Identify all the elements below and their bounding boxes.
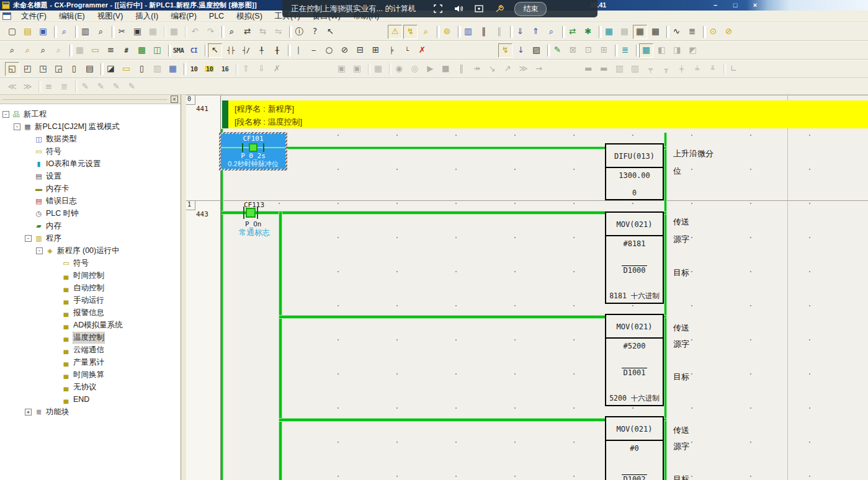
- tree-item-new-project[interactable]: - 品 新工程: [0, 108, 181, 120]
- pause-button[interactable]: ‖: [492, 25, 506, 39]
- new-or-contact-button[interactable]: ╀: [254, 43, 269, 58]
- minimize-button[interactable]: –: [707, 1, 723, 9]
- time-chart-button[interactable]: ∿: [669, 25, 684, 39]
- screen-select-icon[interactable]: [474, 4, 484, 14]
- tree-item-section-end[interactable]: ▄ END: [0, 393, 181, 406]
- tree-item-io-table[interactable]: ▮ IO表和单元设置: [0, 158, 181, 170]
- sim-window-button[interactable]: ▦: [371, 62, 385, 76]
- mark-pen-3-button[interactable]: ✎: [109, 79, 123, 94]
- tree-item-function-blocks[interactable]: + ≣ 功能块: [0, 406, 181, 418]
- expand-collapse-icon[interactable]: -: [25, 235, 32, 242]
- sim-pause-button[interactable]: ‖: [454, 62, 468, 76]
- sim-break-flag-button[interactable]: ◎: [408, 62, 422, 76]
- fullscreen-icon[interactable]: [433, 4, 443, 14]
- tree-item-plc-clock[interactable]: ◷ PLC 时钟: [0, 207, 181, 220]
- restore-button[interactable]: □: [727, 1, 743, 9]
- horizontal-line-button[interactable]: ─: [306, 43, 321, 58]
- online-edit-send-button[interactable]: ⇄: [565, 25, 579, 39]
- monitor-mode-button[interactable]: ↯: [403, 25, 418, 39]
- tree-item-memory[interactable]: ▰ 内存: [0, 220, 181, 232]
- io-memory-button[interactable]: ▦: [648, 25, 663, 39]
- tree-item-program-symbols[interactable]: ▭ 符号: [0, 257, 181, 269]
- decrease-indent-button[interactable]: ≫: [20, 79, 35, 94]
- watch-window-button[interactable]: SMA: [171, 43, 186, 58]
- tree-item-plc[interactable]: - ▦ 新PLC1[CJ2M] 监视模式: [0, 120, 181, 133]
- new-closed-coil-button[interactable]: ⊘: [338, 43, 352, 58]
- monitor-all-button[interactable]: ⌕: [419, 25, 433, 39]
- new-inverted-instruction-button[interactable]: ⊞: [369, 43, 383, 58]
- transition-5-button[interactable]: ╨: [705, 62, 720, 76]
- monitor-window-2-button[interactable]: ◲: [51, 62, 66, 76]
- sim-save-button[interactable]: ▣: [334, 62, 349, 76]
- difu-instruction-block[interactable]: DIFU(013) 1300.00 0: [605, 143, 664, 200]
- select-tool-button[interactable]: ↖: [208, 43, 222, 58]
- symbol-table-view-button[interactable]: ▭: [119, 62, 133, 76]
- sim-transfer-button[interactable]: ▣: [350, 62, 364, 76]
- io-condition-button[interactable]: CI: [187, 43, 201, 58]
- print-preview-button[interactable]: ⌕: [94, 25, 108, 39]
- mov-instruction-block-3[interactable]: MOV(021) #0 D1002: [605, 416, 664, 480]
- transition-4-button[interactable]: ╧: [690, 62, 704, 76]
- tree-item-memory-card[interactable]: ▬ 内存卡: [0, 182, 181, 195]
- compare-with-plc-button[interactable]: ⌕: [544, 25, 558, 39]
- fb-invocation-button[interactable]: ╞: [384, 43, 398, 58]
- mnemonic-view-button[interactable]: ◪: [104, 62, 118, 76]
- compile-check-button[interactable]: ⌕: [57, 25, 71, 39]
- io-comment-view-button[interactable]: ▦: [639, 43, 653, 58]
- upload-from-plc-button[interactable]: ⇑: [529, 25, 543, 39]
- paste-special-button[interactable]: ▩: [167, 25, 181, 39]
- menu-simulation[interactable]: 模拟(S): [230, 10, 269, 23]
- energized-contact-icon[interactable]: [246, 208, 256, 218]
- new-coil-button[interactable]: ○: [322, 43, 336, 58]
- memory-backup-button[interactable]: ▦: [602, 25, 616, 39]
- sfc-editor-button[interactable]: ▥: [628, 62, 642, 76]
- return-connector-button[interactable]: ∟: [727, 62, 741, 76]
- undo-button[interactable]: ↶: [188, 25, 202, 39]
- tree-item-section-cloud-comm[interactable]: ▄ 云端通信: [0, 344, 181, 356]
- tree-item-section-alarm-info[interactable]: ▄ 报警信息: [0, 306, 181, 319]
- force-on-button[interactable]: ⇧: [239, 62, 253, 76]
- multi-send-button[interactable]: ✱: [581, 25, 595, 39]
- new-or-closed-contact-button[interactable]: ╂: [270, 43, 284, 58]
- tree-item-section-time-control[interactable]: ▄ 时间控制: [0, 269, 181, 282]
- print-button[interactable]: ▥: [78, 25, 92, 39]
- local-window-button[interactable]: ▥: [150, 62, 164, 76]
- download-to-plc-button[interactable]: ⇓: [513, 25, 527, 39]
- sim-pause-flag-button[interactable]: ◉: [392, 62, 406, 76]
- data-trace-window-button[interactable]: ▦: [617, 25, 632, 39]
- rung-comment-button[interactable]: ▭: [88, 43, 102, 58]
- force-off-button[interactable]: ⇩: [254, 62, 269, 76]
- tree-item-data-types[interactable]: ◫ 数据类型: [0, 133, 181, 145]
- work-online-button[interactable]: ⚠: [388, 25, 402, 39]
- mov-instruction-block-2[interactable]: MOV(021) #5200 D1001 5200 十六进制: [605, 314, 664, 406]
- paste-button[interactable]: ▦: [146, 25, 160, 39]
- monitor-window-1-button[interactable]: ◳: [36, 62, 50, 76]
- help-button[interactable]: ?: [308, 25, 322, 39]
- menu-view[interactable]: 视图(V): [91, 10, 130, 23]
- menu-insert[interactable]: 插入(I): [129, 10, 164, 23]
- rung-number[interactable]: 0: [186, 96, 195, 105]
- sim-run-button[interactable]: ▶: [423, 62, 437, 76]
- copy-button[interactable]: ▣: [130, 25, 145, 39]
- replace-tools-button[interactable]: ⇄: [240, 25, 254, 39]
- rung-number[interactable]: 1: [186, 201, 195, 210]
- program-mode-button[interactable]: ⊚: [440, 25, 454, 39]
- new-contact-button[interactable]: ┤├: [223, 43, 238, 58]
- mark-pen-4-button[interactable]: ✎: [125, 79, 139, 94]
- zoom-custom-button[interactable]: ⌕: [20, 43, 35, 58]
- fb-online-button[interactable]: ▬: [597, 62, 611, 76]
- transition-2-button[interactable]: ╥: [659, 62, 673, 76]
- sim-continuous-button[interactable]: ≫: [516, 62, 530, 76]
- monitor-hex-button[interactable]: 16: [218, 62, 232, 76]
- list-view-button[interactable]: ≡: [42, 79, 56, 94]
- tree-item-section-auto-control[interactable]: ▄ 自动控制: [0, 282, 181, 294]
- find-button[interactable]: ⌕: [225, 25, 239, 39]
- mark-pen-1-button[interactable]: ✎: [78, 79, 92, 94]
- fb-instance-list-button[interactable]: ≣: [618, 43, 632, 58]
- address-reference-button[interactable]: #: [119, 43, 133, 58]
- tools-icon[interactable]: [494, 4, 504, 14]
- symbol-bar-button[interactable]: ≡: [104, 43, 118, 58]
- tree-item-error-log[interactable]: ▤ 错误日志: [0, 195, 181, 207]
- add-online-edit-button[interactable]: ⊞: [597, 43, 611, 58]
- zoom-fit-button[interactable]: ⌕: [51, 43, 66, 58]
